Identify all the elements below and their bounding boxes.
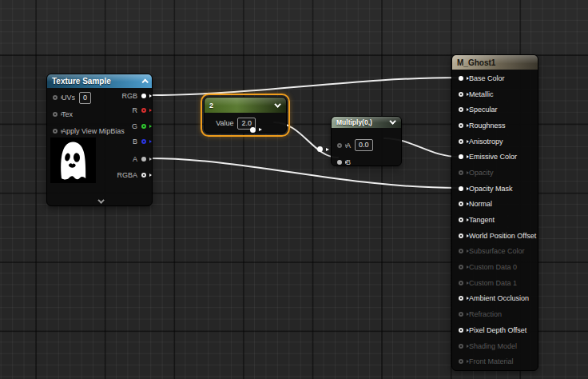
wire-a-to-opacitymask <box>149 158 459 188</box>
rgb-pin-icon[interactable] <box>141 94 146 98</box>
uvs-pin-icon[interactable] <box>53 95 58 100</box>
constant-header[interactable]: 2 <box>205 98 286 113</box>
output-rgb[interactable]: RGB <box>121 90 149 102</box>
constant-dropdown-icon[interactable] <box>274 101 280 107</box>
material-pin-emissive-color[interactable]: Emissive Color <box>452 149 538 165</box>
expand-down-icon[interactable] <box>97 197 104 203</box>
output-rgba[interactable]: RGBA <box>117 169 149 182</box>
r-pin-icon[interactable] <box>141 108 146 113</box>
multiply-dropdown-icon[interactable] <box>389 118 395 124</box>
node-constant-2[interactable]: 2 Value 2.0 <box>204 97 287 134</box>
node-material-result[interactable]: M_Ghost1 Base Color Metallic Specular Ro… <box>451 54 538 371</box>
b-pin-icon[interactable] <box>141 139 146 144</box>
opacity-pin-icon <box>459 170 463 175</box>
output-b[interactable]: B <box>133 135 149 148</box>
metallic-pin-icon[interactable] <box>459 92 463 97</box>
output-r[interactable]: R <box>133 104 150 117</box>
specular-pin-icon[interactable] <box>459 107 463 112</box>
material-pin-list: Base Color Metallic Specular Roughness A… <box>452 70 538 369</box>
normal-pin-icon[interactable] <box>459 201 463 206</box>
pixel-depth-offset-pin-icon[interactable] <box>459 328 463 333</box>
texture-sample-header[interactable]: Texture Sample <box>47 74 152 88</box>
constant-output-pin-icon[interactable] <box>250 127 256 133</box>
tangent-pin-icon[interactable] <box>459 217 463 222</box>
material-pin-opacity-mask[interactable]: Opacity Mask <box>452 181 538 197</box>
texture-preview-ghost <box>50 138 96 183</box>
shading-model-pin-icon <box>459 344 463 349</box>
node-multiply[interactable]: Multiply(0,) A 0.0 B <box>331 116 402 166</box>
constant-title: 2 <box>209 102 213 110</box>
texture-sample-body: UVs 0 Tex Apply View MipBias RGB R G <box>47 88 152 205</box>
output-g[interactable]: G <box>132 120 149 133</box>
tex-pin-icon[interactable] <box>53 112 58 117</box>
material-title: M_Ghost1 <box>457 58 495 67</box>
node-texture-sample[interactable]: Texture Sample UVs 0 Tex Apply View MipB… <box>46 74 153 206</box>
value-label: Value <box>216 119 233 127</box>
multiply-input-a[interactable]: A 0.0 <box>337 139 373 151</box>
material-pin-roughness[interactable]: Roughness <box>452 118 538 134</box>
output-a[interactable]: A <box>133 153 149 166</box>
multiply-title: Multiply(0,) <box>336 118 372 126</box>
constant-body: Value 2.0 <box>205 113 286 134</box>
input-tex[interactable]: Tex <box>53 108 73 121</box>
uvs-value-box[interactable]: 0 <box>79 92 91 104</box>
subsurface-color-pin-icon <box>459 249 463 253</box>
multiply-a-pin-icon[interactable] <box>337 143 342 148</box>
multiply-header[interactable]: Multiply(0,) <box>332 117 401 128</box>
opacity-mask-pin-icon[interactable] <box>459 186 463 191</box>
material-pin-base-color[interactable]: Base Color <box>452 70 538 86</box>
roughness-pin-icon[interactable] <box>459 123 463 128</box>
base-color-pin-icon[interactable] <box>459 76 463 81</box>
multiply-input-b[interactable]: B <box>337 158 351 166</box>
input-uvs[interactable]: UVs 0 <box>53 91 91 104</box>
custom-data-1-pin-icon <box>459 281 463 285</box>
multiply-a-value-box[interactable]: 0.0 <box>355 139 373 151</box>
material-pin-opacity: Opacity <box>452 165 538 181</box>
multiply-body: A 0.0 B <box>332 128 401 166</box>
material-pin-normal[interactable]: Normal <box>452 197 538 213</box>
refraction-pin-icon <box>459 312 463 317</box>
world-position-offset-pin-icon[interactable] <box>459 233 463 238</box>
mipbias-pin-icon[interactable] <box>53 129 58 134</box>
collapse-up-icon[interactable] <box>141 78 148 85</box>
custom-data-0-pin-icon <box>459 265 463 269</box>
ghost-image <box>50 138 96 183</box>
material-header[interactable]: M_Ghost1 <box>452 55 538 70</box>
constant-node-selection-outline: 2 Value 2.0 <box>201 94 290 137</box>
multiply-b-pin-icon[interactable] <box>337 160 342 165</box>
material-pin-shading-model: Shading Model <box>452 338 538 354</box>
a-pin-icon[interactable] <box>141 157 146 162</box>
material-graph-canvas[interactable]: Texture Sample UVs 0 Tex Apply View MipB… <box>0 0 588 379</box>
material-pin-subsurface-color: Subsurface Color <box>452 244 538 260</box>
material-pin-ambient-occlusion[interactable]: Ambient Occlusion <box>452 291 538 307</box>
multiply-output-pin-icon[interactable] <box>317 146 323 152</box>
material-pin-specular[interactable]: Specular <box>452 102 538 118</box>
front-material-pin-icon <box>459 359 463 364</box>
ambient-occlusion-pin-icon[interactable] <box>459 296 463 301</box>
material-pin-custom-data-0: Custom Data 0 <box>452 259 538 275</box>
texture-sample-title: Texture Sample <box>52 77 111 86</box>
g-pin-icon[interactable] <box>141 124 146 129</box>
material-pin-metallic[interactable]: Metallic <box>452 86 538 102</box>
rgba-pin-icon[interactable] <box>141 173 146 178</box>
input-apply-view-mipbias[interactable]: Apply View MipBias <box>53 125 125 138</box>
material-pin-world-position-offset[interactable]: World Position Offset <box>452 228 538 244</box>
material-pin-tangent[interactable]: Tangent <box>452 212 538 228</box>
material-pin-anisotropy[interactable]: Anisotropy <box>452 134 538 150</box>
material-pin-custom-data-1: Custom Data 1 <box>452 275 538 291</box>
emissive-color-pin-icon[interactable] <box>459 154 463 159</box>
material-pin-front-material: Front Material <box>452 353 538 369</box>
material-pin-pixel-depth-offset[interactable]: Pixel Depth Offset <box>452 322 538 338</box>
wire-rgb-to-basecolor <box>149 78 459 95</box>
material-pin-refraction: Refraction <box>452 306 538 322</box>
anisotropy-pin-icon[interactable] <box>459 139 463 144</box>
